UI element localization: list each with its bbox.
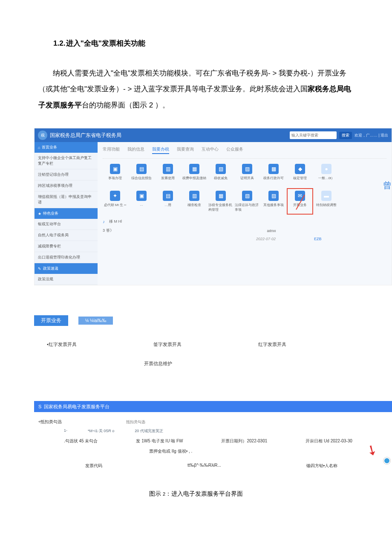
notice-code-a: 移 M Hl [109, 219, 122, 224]
svc-item[interactable]: ▦税费申报及缴纳 [182, 162, 207, 182]
svc-item-invoice-highlighted[interactable]: ✉开票业务 [288, 189, 312, 214]
tab-secondary[interactable]: ¼ ¼iai‰‰ [78, 317, 113, 325]
svc-item[interactable]: ✦必代研 Mt 生 ‹‹ [103, 189, 127, 214]
filter-a2[interactable]: 20 代域完发英正 [135, 428, 163, 434]
link-red-invoice-2[interactable]: 红字发票开具 [258, 341, 286, 348]
sidebar-hdr-index[interactable]: ⌂首页业务 [35, 142, 98, 153]
screenshot-einvoice-platform: S 国家税务局易电子发票服务平台 ÷抵扣类勾选 抵扣类勾选 1- *M~i1·关… [34, 401, 392, 473]
svc-item[interactable]: ▩税务行政许可 [261, 162, 286, 182]
tab[interactable]: 我的信息 [127, 146, 144, 154]
search-input[interactable] [290, 131, 337, 139]
service-icon: ▦ [189, 164, 199, 174]
para-post: 台的功能界面（图示 2 ）。 [82, 101, 170, 109]
service-icon: ▣ [110, 164, 120, 174]
sidebar-item[interactable]: 自然人电子税务局 [35, 230, 98, 241]
service-icon: ▣ [136, 191, 147, 201]
filter-b3[interactable]: 开崇日相 Ud 2022-03-30 [306, 438, 352, 444]
platform-header: S 国家税务局易电子发票服务平台 [34, 401, 392, 412]
notice-row: ♪ 移 M Hl [103, 217, 386, 226]
filter-b0[interactable]: .勾选状 45 未勾合 [64, 438, 98, 444]
svc-item[interactable]: ▤…用 [156, 189, 180, 214]
svc-item[interactable]: ▣事项办理 [103, 162, 127, 182]
notice-code-c: aιtnxι [267, 229, 276, 233]
service-icon: ▩ [268, 164, 279, 174]
filter-b1[interactable]: 发 1W5 电子发 IU 嗡 FW [136, 438, 183, 444]
filter-a1[interactable]: *M~i1·关 0SR o [88, 428, 114, 434]
dk-label[interactable]: ÷抵扣类勾选 [38, 419, 62, 425]
svc-item[interactable]: ▨其他服务事项 [261, 189, 286, 214]
service-icon: ✦ [110, 191, 120, 201]
filter-c[interactable]: 票押全电或 IIg 值祝• , . [149, 448, 192, 454]
service-icon: ▥ [189, 191, 199, 201]
star-icon: ★ [38, 212, 41, 216]
sidebar-item[interactable]: 注销登记综合办理 [35, 169, 98, 180]
service-icon: ● [321, 164, 331, 174]
tab[interactable]: 互动中心 [202, 146, 219, 154]
platform-title: 国家税务局易电子发票服务平台 [44, 404, 110, 410]
tab[interactable]: 公众服务 [226, 146, 243, 154]
notice-date: 2022-07-02 [256, 237, 276, 241]
search-button[interactable]: 搜索 [339, 132, 352, 139]
svc-item[interactable]: ▤综合信息报告 [129, 162, 154, 182]
notice-code-b: 3 答》 [103, 228, 114, 233]
sidebar-item[interactable]: 减税降费专栏 [35, 241, 98, 252]
service-icon: ▦ [216, 191, 226, 201]
fab-button[interactable] [383, 457, 390, 464]
filter-d1[interactable]: tt‰β^·‰‰RλiR... [187, 463, 221, 469]
sidebar-hdr-policy[interactable]: ✎政策速递 [35, 263, 98, 274]
svc-item[interactable]: ▧税收减免 [208, 162, 233, 182]
sidebar-item[interactable]: 出口退税管理印表化办理 [35, 252, 98, 263]
sidebar-item[interactable]: 政策法规 [35, 274, 98, 285]
sidebar-item[interactable]: 增值税留抵（退）申报及查询申请 [35, 192, 98, 208]
header-links[interactable]: 欢迎，广…… | 退出 [355, 133, 388, 138]
service-icon: ▨ [242, 164, 252, 174]
svc-item[interactable]: ▣… [129, 189, 154, 214]
tab[interactable]: 常用功能 [103, 146, 120, 154]
tab[interactable]: 我要查询 [177, 146, 194, 154]
svc-item[interactable]: ▥稽查检查 [182, 189, 207, 214]
filter-d2[interactable]: 锄四方劬•人名称 [306, 463, 338, 469]
svc-item[interactable]: ◆核定管理 [288, 162, 312, 182]
icon-grid-row2: ✦必代研 Mt 生 ‹‹ ▣… ▤…用 ▥稽查检查 ▦涉税专业服务机构管理 ▧法… [103, 186, 386, 217]
portal-header: 税 国家税务总局广东省电子税务局 搜索 欢迎，广…… | 退出 [35, 128, 392, 142]
doc-icon: ✎ [38, 267, 41, 271]
link-red-invoice[interactable]: •红字发票开具 [47, 341, 77, 348]
ezb-link[interactable]: EZB [314, 237, 322, 241]
portal-logo-icon: 税 [38, 131, 47, 140]
service-icon: ▧ [242, 191, 252, 201]
svc-item[interactable]: ●一般…0t） [314, 162, 339, 182]
svc-item[interactable]: ▬特别纳税调整 [314, 189, 339, 214]
svc-item[interactable]: ▧法律追诉与救济事项 [235, 189, 259, 214]
mid-panel: 开票业务 ¼ ¼iai‰‰ •红字发票开具 签字发票开具 红字发票开具 开票信息… [34, 315, 392, 367]
svc-item[interactable]: ▦涉税专业服务机构管理 [208, 189, 233, 214]
filter-b2[interactable]: 开票日期列）2022-0301 [221, 438, 267, 444]
sidebar-item[interactable]: 跨区域涉税事项办理 [35, 180, 98, 192]
filter-a0: 1- [64, 428, 67, 434]
sidebar-item[interactable]: 银税互动平台 [35, 219, 98, 230]
tab-active[interactable]: 我要办税 [152, 146, 169, 154]
service-icon: ◆ [295, 164, 305, 174]
svc-item[interactable]: ▥发票使用 [156, 162, 180, 182]
sidebar: ⌂首页业务 支持中小微企业个体工商户复工复产专栏 注销登记综合办理 跨区域涉税事… [35, 142, 98, 285]
main-tabs: 常用功能 我的信息 我要办税 我要查询 互动中心 公众服务 [103, 145, 386, 159]
platform-logo-s: S [38, 404, 41, 409]
service-icon: ▬ [321, 191, 331, 201]
home-icon: ⌂ [38, 145, 40, 150]
sidebar-hdr-feature[interactable]: ★特色业务 [35, 208, 98, 219]
service-icon: ▤ [163, 191, 173, 201]
tab-invoice-biz[interactable]: 开票业务 [34, 315, 68, 326]
filter-d0[interactable]: 发票代码 [85, 463, 102, 469]
sidebar-item[interactable]: 支持中小微企业个体工商户复工复产专栏 [35, 153, 98, 169]
svc-item[interactable]: ▨证明开具 [235, 162, 259, 182]
service-icon: ▧ [216, 164, 226, 174]
notice-row: 3 答》 aιtnxι [103, 226, 386, 235]
annotation-arrow: ➘ [366, 442, 392, 468]
dk-right[interactable]: 抵扣类勾选 [126, 419, 145, 425]
figure-caption: 图示 2：进入电子发票服务平台界面 [38, 490, 354, 498]
link-sign-invoice[interactable]: 签字发票开具 [153, 341, 182, 348]
screenshot-tax-portal: 税 国家税务总局广东省电子税务局 搜索 欢迎，广…… | 退出 ⌂首页业务 支持… [34, 128, 392, 285]
invoice-icon: ✉ [295, 191, 305, 201]
portal-title: 国家税务总局广东省电子税务局 [50, 132, 121, 139]
service-icon: ▤ [136, 164, 147, 174]
link-invoice-info[interactable]: 开票信息维护 [144, 361, 172, 366]
